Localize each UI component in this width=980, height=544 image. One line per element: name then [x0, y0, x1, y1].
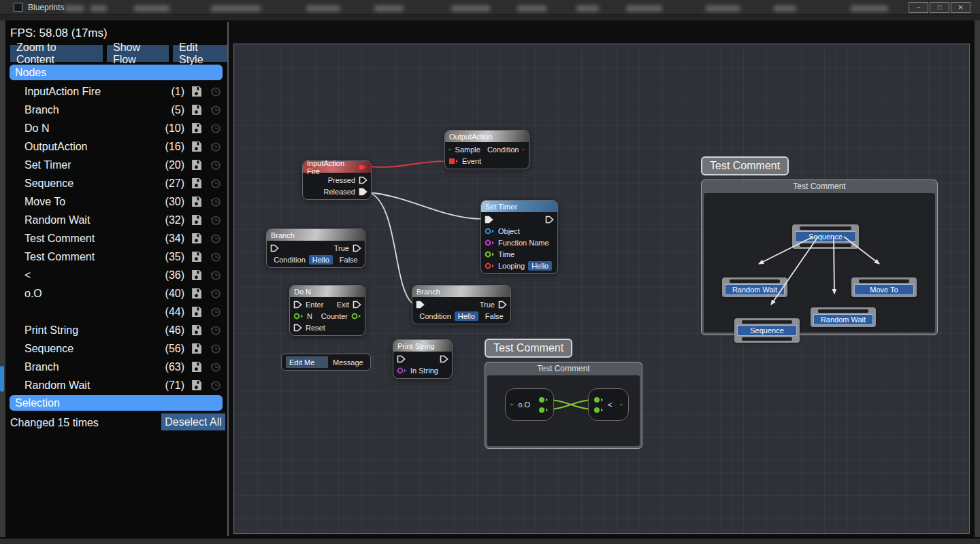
node-branch[interactable]: Branch True Condition Hello False [412, 285, 511, 324]
node-list-item[interactable]: Sequence (56) [5, 339, 227, 358]
exec-pin-icon[interactable] [293, 324, 302, 332]
blurred-tab[interactable] [306, 5, 340, 12]
pin-input-icon[interactable] [593, 396, 604, 404]
restore-history-icon[interactable] [210, 379, 221, 391]
deselect-all-button[interactable]: Deselect All [161, 413, 225, 430]
save-icon[interactable] [191, 324, 202, 336]
node-input-action-fire[interactable]: InputAction Fire Pressed Released [302, 160, 372, 200]
save-icon[interactable] [191, 379, 202, 391]
exec-pin-icon[interactable] [416, 301, 425, 309]
pin-counter-icon[interactable] [351, 312, 361, 320]
pin-sample-icon[interactable] [448, 146, 452, 154]
node-less-than[interactable]: < [588, 388, 629, 421]
save-icon[interactable] [191, 306, 202, 318]
tree-input-slot[interactable] [742, 320, 792, 324]
pin-output-icon[interactable] [620, 401, 623, 409]
tree-input-slot[interactable] [800, 226, 851, 230]
save-icon[interactable] [191, 251, 202, 262]
pin-looping-icon[interactable] [485, 262, 495, 270]
node-output-action[interactable]: OutputAction Sample Condition Event [444, 130, 529, 169]
node-list-item[interactable]: Set Timer (20) [5, 156, 227, 174]
restore-history-icon[interactable] [210, 324, 221, 336]
tree-input-slot[interactable] [818, 309, 868, 313]
save-icon[interactable] [191, 343, 202, 354]
comment-box-tree[interactable]: Test Comment Sequence Random Wait Move T… [701, 180, 938, 335]
tree-node-random-wait[interactable]: Random Wait [811, 307, 876, 327]
exec-pin-icon[interactable] [498, 301, 507, 309]
exec-pin-icon[interactable] [353, 301, 361, 309]
node-list-item[interactable]: Test Comment (34) [5, 229, 227, 248]
link-event-red[interactable] [368, 161, 446, 167]
tree-node-sequence[interactable]: Sequence [734, 318, 800, 343]
node-editor-canvas[interactable]: Test Comment Sequence Random Wait Move T… [233, 44, 970, 534]
node-list-item[interactable]: Random Wait (32) [5, 211, 227, 229]
blurred-tab[interactable] [91, 5, 107, 12]
blurred-tab[interactable] [517, 5, 546, 12]
exec-pin-icon[interactable] [270, 244, 279, 252]
node-list-item[interactable]: Test Comment (35) [5, 248, 227, 266]
pin-condition-icon[interactable] [522, 146, 525, 154]
zoom-to-content-button[interactable]: Zoom to Content [10, 45, 103, 62]
save-icon[interactable] [191, 104, 202, 116]
restore-history-icon[interactable] [210, 306, 221, 318]
save-icon[interactable] [191, 177, 202, 189]
restore-history-icon[interactable] [210, 361, 221, 373]
comment-badge[interactable]: Test Comment [485, 339, 572, 358]
node-list-item[interactable]: Move To (30) [5, 192, 227, 211]
selection-section-header[interactable]: Selection [10, 395, 223, 411]
tree-node-move-to[interactable]: Move To [851, 277, 917, 297]
tree-input-slot[interactable] [730, 279, 780, 283]
message-input[interactable] [286, 356, 328, 368]
restore-history-icon[interactable] [210, 196, 221, 207]
exec-pin-icon[interactable] [359, 188, 368, 196]
tree-output-slot[interactable] [800, 243, 851, 247]
blurred-tab[interactable] [134, 5, 169, 12]
link-exec-white[interactable] [370, 192, 413, 304]
tree-input-slot[interactable] [859, 279, 909, 283]
save-icon[interactable] [191, 361, 202, 373]
blurred-tab[interactable] [851, 5, 888, 12]
restore-history-icon[interactable] [210, 269, 221, 281]
hello-button[interactable]: Hello [455, 311, 478, 321]
blurred-tab[interactable] [211, 5, 261, 12]
node-list-item[interactable]: o.O (40) [5, 284, 227, 303]
pin-output-icon[interactable] [538, 406, 549, 414]
exec-pin-icon[interactable] [485, 216, 493, 224]
node-list-item[interactable]: InputAction Fire (1) [5, 82, 227, 101]
node-message[interactable]: Message [281, 354, 371, 371]
save-icon[interactable] [191, 288, 202, 299]
restore-history-icon[interactable] [210, 214, 221, 226]
pin-time-icon[interactable] [485, 250, 495, 258]
link-exec-white[interactable] [370, 192, 482, 219]
save-icon[interactable] [191, 214, 202, 226]
restore-history-icon[interactable] [210, 141, 221, 152]
node-list-item[interactable]: OutputAction (16) [5, 137, 227, 156]
pin-input-icon[interactable] [593, 406, 604, 414]
node-list-item[interactable]: (44) [5, 303, 227, 321]
pin-function-name-icon[interactable] [485, 239, 495, 247]
node-list-item[interactable]: Sequence (27) [5, 174, 227, 192]
save-icon[interactable] [191, 141, 202, 152]
tree-node-sequence[interactable]: Sequence [792, 224, 859, 249]
node-branch[interactable]: Branch True Condition Hello False [266, 228, 365, 268]
restore-history-icon[interactable] [210, 177, 221, 189]
pin-in-string-icon[interactable] [397, 367, 407, 375]
blurred-tab[interactable] [774, 5, 796, 12]
tree-node-random-wait[interactable]: Random Wait [722, 277, 787, 297]
pin-event-icon[interactable] [448, 157, 459, 165]
nodes-section-header[interactable]: Nodes [10, 65, 223, 80]
exec-pin-icon[interactable] [440, 355, 448, 363]
restore-history-icon[interactable] [210, 104, 221, 116]
blurred-tab[interactable] [451, 5, 490, 12]
blurred-tab[interactable] [576, 5, 599, 12]
blurred-tab[interactable] [626, 5, 662, 12]
restore-history-icon[interactable] [210, 159, 221, 171]
exec-pin-icon[interactable] [545, 216, 554, 224]
save-icon[interactable] [191, 122, 202, 134]
exec-pin-icon[interactable] [397, 355, 406, 363]
node-list-item[interactable]: Random Wait (71) [5, 376, 227, 394]
pin-delegate-icon[interactable] [359, 164, 367, 171]
show-flow-button[interactable]: Show Flow [107, 45, 169, 62]
save-icon[interactable] [191, 159, 202, 171]
save-icon[interactable] [191, 269, 202, 281]
